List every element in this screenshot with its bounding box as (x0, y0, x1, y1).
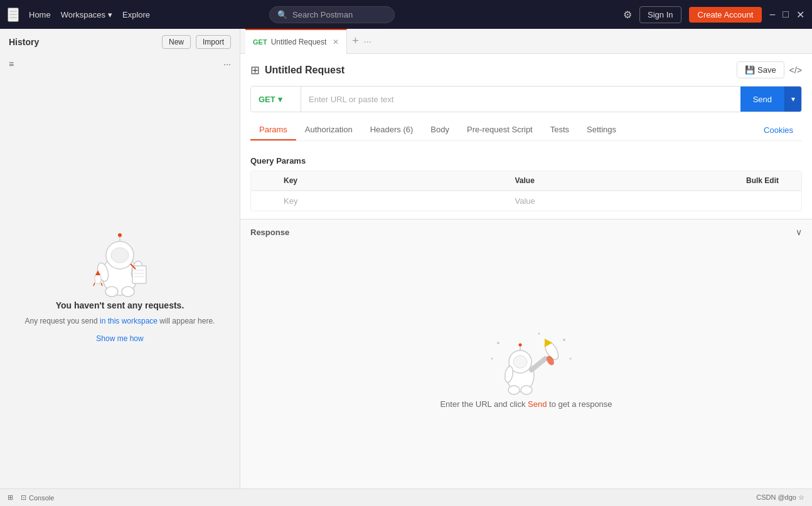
status-bar: ⊞ ⊡ Console CSDN @dgo ☆ (0, 488, 812, 506)
svg-point-4 (118, 233, 122, 237)
empty-title: You haven't sent any requests. (56, 300, 184, 310)
sidebar-header: History New Import (0, 29, 240, 55)
tab-pre-request[interactable]: Pre-request Script (458, 120, 542, 140)
request-title-right: 💾 Save </> (737, 61, 802, 78)
nav-workspaces[interactable]: Workspaces ▾ (61, 10, 112, 19)
request-tabs: Params Authorization Headers (6) Body Pr… (250, 120, 802, 141)
svg-point-2 (111, 248, 129, 263)
titlebar-left: ☰ Home Workspaces ▾ Explore (8, 8, 150, 22)
search-bar[interactable]: 🔍 Search Postman (269, 6, 395, 23)
svg-point-22 (518, 344, 521, 347)
sidebar-more-icon[interactable]: ··· (223, 59, 231, 69)
close-button[interactable]: ✕ (796, 9, 804, 21)
response-chevron-icon: ∨ (796, 227, 802, 237)
url-bar: GET ▾ Send ▾ (250, 86, 802, 112)
tab-headers[interactable]: Headers (6) (361, 120, 422, 140)
maximize-button[interactable]: □ (783, 9, 789, 20)
svg-point-25 (508, 386, 520, 394)
console-label: Console (29, 494, 54, 502)
tab-method-badge: GET (253, 38, 267, 46)
filter-icon[interactable]: ≡ (9, 59, 14, 69)
params-col-key: Key (276, 171, 508, 190)
nav-home[interactable]: Home (29, 10, 51, 19)
tab-settings[interactable]: Settings (578, 120, 625, 140)
tabs-bar: GET Untitled Request ✕ + ··· (240, 29, 812, 54)
astronaut-illustration (79, 219, 161, 300)
tab-close-icon[interactable]: ✕ (333, 38, 339, 46)
svg-point-8 (122, 287, 134, 297)
params-col-value: Value (508, 171, 739, 190)
signin-button[interactable]: Sign In (639, 6, 681, 23)
svg-point-32 (569, 358, 571, 360)
request-tab[interactable]: GET Untitled Request ✕ (245, 29, 347, 54)
show-me-how-link[interactable]: Show me how (96, 334, 143, 343)
settings-icon[interactable]: ⚙ (623, 9, 632, 21)
titlebar: ☰ Home Workspaces ▾ Explore 🔍 Search Pos… (0, 0, 812, 29)
tab-body[interactable]: Body (422, 120, 458, 140)
search-placeholder: Search Postman (292, 10, 353, 19)
tab-tests[interactable]: Tests (542, 120, 578, 140)
request-section: ⊞ Untitled Request 💾 Save </> GET ▾ (240, 54, 812, 149)
params-col-bulk: Bulk Edit (739, 171, 801, 190)
minimize-button[interactable]: – (769, 9, 775, 20)
tab-params[interactable]: Params (250, 120, 296, 140)
tab-name: Untitled Request (271, 38, 327, 46)
save-button[interactable]: 💾 Save (737, 61, 784, 78)
layout-icon[interactable]: ⊞ (8, 493, 13, 502)
code-snippet-button[interactable]: </> (789, 65, 802, 75)
search-icon: 🔍 (277, 10, 287, 19)
request-title-left: ⊞ Untitled Request (250, 63, 345, 77)
svg-point-31 (538, 333, 540, 335)
params-value-input[interactable]: Value (508, 191, 739, 211)
create-account-button[interactable]: Create Account (689, 7, 762, 23)
add-tab-button[interactable]: + (347, 34, 364, 48)
new-button[interactable]: New (162, 35, 191, 49)
send-dropdown-button[interactable]: ▾ (784, 87, 801, 112)
tabs-more-button[interactable]: ··· (364, 36, 371, 46)
status-bar-right: CSDN @dgo ☆ (756, 493, 804, 502)
response-section: Response ∨ (240, 219, 812, 488)
query-params-section: Query Params Key Value Bulk Edit Key Val… (240, 149, 812, 219)
status-info: CSDN @dgo ☆ (756, 493, 804, 502)
response-astronaut-illustration (476, 324, 577, 399)
response-header[interactable]: Response ∨ (240, 219, 812, 245)
response-empty-state: Enter the URL and click Send to get a re… (240, 245, 812, 488)
params-key-input[interactable]: Key (276, 191, 508, 211)
import-button[interactable]: Import (196, 35, 231, 49)
url-input[interactable] (301, 87, 740, 112)
tab-authorization[interactable]: Authorization (296, 120, 361, 140)
status-bar-left: ⊞ ⊡ Console (8, 493, 54, 502)
workspace-link[interactable]: in this workspace (100, 317, 158, 325)
query-params-title: Query Params (250, 156, 802, 166)
request-type-icon: ⊞ (250, 63, 260, 77)
send-button[interactable]: Send (740, 87, 784, 112)
hamburger-menu-icon[interactable]: ☰ (8, 8, 19, 22)
nav-explore[interactable]: Explore (122, 10, 150, 19)
save-icon: 💾 (745, 65, 755, 75)
params-row-empty: Key Value (251, 191, 801, 211)
response-title: Response (250, 228, 289, 237)
params-bulk-cell (739, 191, 801, 211)
method-selector[interactable]: GET ▾ (251, 87, 301, 112)
params-header: Key Value Bulk Edit (251, 171, 801, 191)
save-label: Save (757, 65, 776, 75)
titlebar-right: ⚙ Sign In Create Account – □ ✕ (623, 6, 804, 23)
params-col-checkbox (251, 171, 276, 190)
svg-point-26 (521, 386, 532, 394)
cookies-link[interactable]: Cookies (755, 120, 802, 140)
sidebar-actions: New Import (162, 35, 231, 49)
main-content: GET Untitled Request ✕ + ··· ⊞ Untitled … (240, 29, 812, 488)
app-body: History New Import ≡ ··· (0, 29, 812, 488)
svg-point-30 (563, 339, 565, 341)
history-title: History (9, 37, 39, 47)
svg-point-34 (491, 358, 493, 360)
console-button[interactable]: ⊡ Console (21, 493, 54, 502)
console-icon: ⊡ (21, 493, 26, 502)
method-dropdown-icon: ▾ (278, 95, 282, 104)
request-title: Untitled Request (265, 65, 345, 76)
params-checkbox-cell (251, 191, 276, 211)
response-empty-message: Enter the URL and click Send to get a re… (440, 399, 612, 409)
params-table: Key Value Bulk Edit Key Value (250, 171, 802, 211)
window-controls: – □ ✕ (769, 9, 804, 21)
sidebar-filter: ≡ ··· (0, 55, 240, 73)
